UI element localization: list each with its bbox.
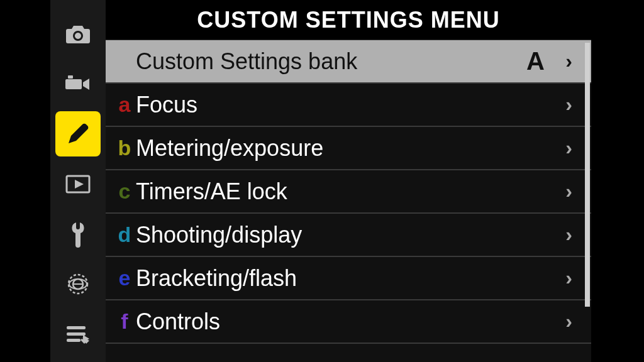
wrench-icon [70, 221, 86, 248]
row-prefix: c [113, 179, 136, 204]
playback-icon [65, 175, 91, 194]
sidebar-tab-playback[interactable] [55, 162, 101, 207]
network-globe-icon [65, 272, 91, 297]
row-prefix: a [113, 92, 136, 117]
row-label: Metering/exposure [136, 135, 560, 162]
sidebar-tab-photo[interactable] [55, 11, 101, 57]
row-custom-settings-bank[interactable]: Custom Settings bank A › [106, 40, 591, 84]
row-focus[interactable]: a Focus › [106, 84, 591, 127]
row-label: Custom Settings bank [136, 48, 526, 75]
row-label: Focus [136, 92, 560, 118]
chevron-right-icon: › [560, 50, 572, 73]
row-prefix: f [113, 309, 136, 334]
sidebar [50, 0, 106, 362]
sidebar-tab-video[interactable] [55, 62, 101, 107]
svg-rect-6 [67, 339, 80, 342]
row-prefix: e [113, 266, 136, 290]
sidebar-tab-custom-settings[interactable] [55, 111, 101, 156]
scrollbar-thumb[interactable] [585, 43, 590, 307]
row-metering-exposure[interactable]: b Metering/exposure › [106, 127, 591, 170]
row-prefix: d [113, 222, 136, 247]
chevron-right-icon: › [560, 136, 572, 160]
chevron-right-icon: › [560, 180, 572, 203]
row-label: Shooting/display [136, 222, 560, 248]
menu-title: CUSTOM SETTINGS MENU [106, 0, 591, 40]
chevron-right-icon: › [560, 266, 572, 290]
mymenu-icon [65, 325, 91, 344]
row-shooting-display[interactable]: d Shooting/display › [106, 214, 591, 257]
sidebar-tab-setup[interactable] [55, 212, 101, 257]
sidebar-tab-mymenu[interactable] [55, 312, 101, 357]
svg-rect-0 [68, 75, 73, 79]
settings-list: Custom Settings bank A › a Focus › b Met… [106, 40, 591, 362]
svg-rect-5 [67, 332, 86, 336]
row-bracketing-flash[interactable]: e Bracketing/flash › [106, 257, 591, 300]
chevron-right-icon: › [560, 310, 572, 333]
camera-menu-screen: CUSTOM SETTINGS MENU Custom Settings ban… [50, 0, 591, 362]
row-value: A [526, 47, 545, 75]
camera-icon [65, 24, 91, 44]
row-label: Controls [136, 309, 560, 335]
sidebar-tab-network[interactable] [55, 262, 101, 307]
svg-rect-4 [67, 326, 86, 329]
video-camera-icon [65, 75, 91, 93]
chevron-right-icon: › [560, 93, 572, 116]
pencil-icon [65, 121, 91, 147]
row-timers-ae-lock[interactable]: c Timers/AE lock › [106, 170, 591, 214]
row-label: Bracketing/flash [136, 265, 560, 292]
main-panel: CUSTOM SETTINGS MENU Custom Settings ban… [106, 0, 591, 362]
chevron-right-icon: › [560, 223, 572, 246]
row-controls[interactable]: f Controls › [106, 300, 591, 344]
row-label: Timers/AE lock [136, 178, 560, 205]
row-prefix: b [113, 136, 136, 160]
